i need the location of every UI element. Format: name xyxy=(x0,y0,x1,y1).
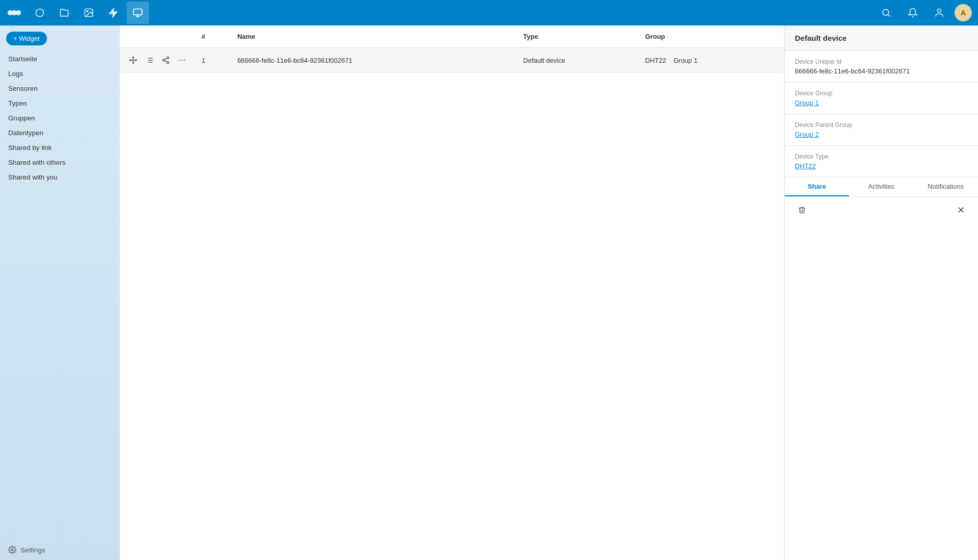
share-delete-button[interactable] xyxy=(795,203,809,217)
right-panel: Default device Device Unique Id 666666-f… xyxy=(784,26,978,560)
svg-point-16 xyxy=(167,57,169,59)
sidebar-item-sensoren[interactable]: Sensoren xyxy=(0,81,120,96)
svg-point-22 xyxy=(182,60,183,61)
svg-point-18 xyxy=(167,62,169,64)
row-list-icon[interactable] xyxy=(142,53,157,67)
main-layout: + Widget Startseite Logs Sensoren Typen … xyxy=(0,26,978,560)
col-group: Group xyxy=(639,26,784,48)
row-move-icon[interactable] xyxy=(126,53,140,67)
settings-label: Settings xyxy=(20,546,45,554)
sidebar-item-shared-with-others[interactable]: Shared with others xyxy=(0,155,120,170)
col-number: # xyxy=(195,26,231,48)
svg-point-9 xyxy=(11,549,13,551)
tab-notifications[interactable]: Notifications xyxy=(914,177,978,196)
sidebar: + Widget Startseite Logs Sensoren Typen … xyxy=(0,26,120,560)
gear-icon xyxy=(8,546,16,554)
panel-device-uid-section: Device Unique Id 666666-fe8c-11e6-bc64-9… xyxy=(785,51,978,83)
svg-point-3 xyxy=(36,9,44,17)
share-close-button[interactable]: ✕ xyxy=(954,203,968,217)
nextcloud-logo[interactable] xyxy=(6,5,22,21)
widget-button[interactable]: + Widget xyxy=(6,32,47,45)
topnav-right: A xyxy=(875,2,972,24)
table-body: 1 666666-fe8c-11e6-bc64-92361f002671 Def… xyxy=(120,48,784,73)
contacts-icon[interactable] xyxy=(928,2,950,24)
panel-device-group-value[interactable]: Group 1 xyxy=(795,99,968,107)
svg-line-19 xyxy=(165,61,167,62)
svg-point-2 xyxy=(16,10,21,15)
content-area: # Name Type Group xyxy=(120,26,978,560)
sidebar-item-datentypen[interactable]: Datentypen xyxy=(0,125,120,140)
row-actions-cell xyxy=(120,48,195,73)
row-actions xyxy=(126,53,189,67)
top-navigation: A xyxy=(0,0,978,26)
sidebar-item-gruppen[interactable]: Gruppen xyxy=(0,111,120,125)
tab-activities[interactable]: Activities xyxy=(849,177,913,196)
activity-nav[interactable] xyxy=(102,2,124,24)
row-group: DHT22 Group 1 xyxy=(639,48,784,73)
panel-device-uid-label: Device Unique Id xyxy=(795,58,968,65)
panel-device-type-section: Device Type DHT22 xyxy=(785,146,978,177)
row-share-icon[interactable] xyxy=(159,53,173,67)
settings-link[interactable]: Settings xyxy=(0,540,120,560)
panel-tabs: Share Activities Notifications xyxy=(785,177,978,197)
table-row[interactable]: 1 666666-fe8c-11e6-bc64-92361f002671 Def… xyxy=(120,48,784,73)
files-nav[interactable] xyxy=(53,2,76,24)
panel-device-parent-group-value[interactable]: Group 2 xyxy=(795,131,968,138)
col-type: Type xyxy=(517,26,639,48)
panel-device-parent-group-label: Device Parent Group xyxy=(795,121,968,129)
row-name: 666666-fe8c-11e6-bc64-92361f002671 xyxy=(231,48,517,73)
sidebar-item-typen[interactable]: Typen xyxy=(0,96,120,111)
row-number: 1 xyxy=(195,48,231,73)
svg-point-5 xyxy=(87,11,88,12)
panel-title: Default device xyxy=(785,26,978,51)
device-table: # Name Type Group xyxy=(120,26,784,73)
dashboard-nav[interactable] xyxy=(29,2,51,24)
panel-device-type-value[interactable]: DHT22 xyxy=(795,162,968,170)
tab-share[interactable]: Share xyxy=(785,177,849,196)
sidebar-item-shared-by-link[interactable]: Shared by link xyxy=(0,140,120,155)
sidebar-item-startseite[interactable]: Startseite xyxy=(0,52,120,66)
svg-rect-6 xyxy=(134,9,142,15)
col-actions xyxy=(120,26,195,48)
sidebar-item-logs[interactable]: Logs xyxy=(0,66,120,81)
panel-device-group-section: Device Group Group 1 xyxy=(785,83,978,114)
search-icon[interactable] xyxy=(875,2,897,24)
panel-device-uid-value: 666666-fe8c-11e6-bc64-92361f002671 xyxy=(795,67,968,75)
svg-point-23 xyxy=(184,60,185,61)
panel-share-content: ✕ xyxy=(785,197,978,560)
user-avatar[interactable]: A xyxy=(955,4,972,21)
svg-point-17 xyxy=(163,59,165,61)
topnav-left xyxy=(6,2,149,24)
col-name: Name xyxy=(231,26,517,48)
table-header: # Name Type Group xyxy=(120,26,784,48)
svg-line-20 xyxy=(165,58,167,60)
bell-icon[interactable] xyxy=(901,2,924,24)
photos-nav[interactable] xyxy=(78,2,100,24)
iot-nav[interactable] xyxy=(127,2,149,24)
svg-point-21 xyxy=(179,60,180,61)
row-more-icon[interactable] xyxy=(175,53,189,67)
svg-point-7 xyxy=(883,9,889,15)
row-type: Default device xyxy=(517,48,639,73)
sidebar-item-shared-with-you[interactable]: Shared with you xyxy=(0,170,120,185)
panel-device-group-label: Device Group xyxy=(795,90,968,97)
device-table-container: # Name Type Group xyxy=(120,26,784,560)
panel-device-type-label: Device Type xyxy=(795,153,968,160)
panel-device-parent-group-section: Device Parent Group Group 2 xyxy=(785,114,978,146)
svg-point-8 xyxy=(938,9,941,13)
